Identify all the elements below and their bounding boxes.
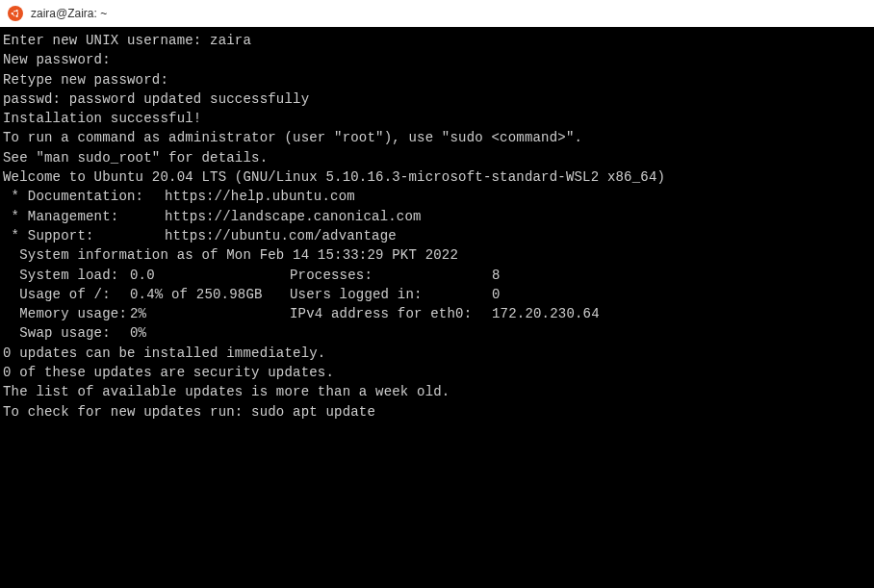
passwd-success: passwd: password updated successfully — [3, 89, 871, 109]
sudo-hint-1: To run a command as administrator (user … — [3, 128, 871, 147]
apt-update-hint: To check for new updates run: sudo apt u… — [3, 402, 871, 422]
window-title: zaira@Zaira: ~ — [31, 7, 107, 20]
prompt-retype-password: Retype new password: — [3, 70, 871, 89]
sys-load-label: System load: — [3, 266, 130, 285]
memory-value: 2% — [130, 304, 290, 323]
support-url: https://ubuntu.com/advantage — [165, 226, 397, 245]
processes-value: 8 — [492, 266, 871, 285]
table-row: Usage of /:0.4% of 250.98GBUsers logged … — [3, 285, 871, 304]
empty-cell — [290, 323, 492, 343]
updates-stale-notice: The list of available updates is more th… — [3, 382, 871, 401]
support-label: * Support: — [3, 226, 165, 245]
sysinfo-header: System information as of Mon Feb 14 15:3… — [3, 245, 871, 265]
swap-value: 0% — [130, 323, 290, 343]
install-success: Installation successful! — [3, 109, 871, 128]
svg-point-2 — [16, 10, 18, 12]
usage-value: 0.4% of 250.98GB — [130, 285, 290, 304]
title-bar[interactable]: zaira@Zaira: ~ — [0, 0, 874, 27]
terminal-output[interactable]: Enter new UNIX username: zairaNew passwo… — [0, 27, 874, 588]
usage-label: Usage of /: — [3, 285, 130, 304]
table-row: Memory usage:2%IPv4 address for eth0:172… — [3, 304, 871, 323]
table-row: Swap usage:0% — [3, 323, 871, 343]
mgmt-link-row: * Management:https://landscape.canonical… — [3, 207, 871, 226]
support-link-row: * Support:https://ubuntu.com/advantage — [3, 226, 871, 245]
sudo-hint-2: See "man sudo_root" for details. — [3, 148, 871, 167]
updates-count: 0 updates can be installed immediately. — [3, 344, 871, 363]
processes-label: Processes: — [290, 266, 492, 285]
welcome-banner: Welcome to Ubuntu 20.04 LTS (GNU/Linux 5… — [3, 167, 871, 187]
prompt-new-password: New password: — [3, 50, 871, 69]
sysinfo-table: System load:0.0Processes:8 Usage of /:0.… — [3, 266, 871, 344]
users-label: Users logged in: — [290, 285, 492, 304]
swap-label: Swap usage: — [3, 323, 130, 343]
mgmt-label: * Management: — [3, 207, 165, 226]
doc-url: https://help.ubuntu.com — [165, 187, 355, 206]
table-row: System load:0.0Processes:8 — [3, 266, 871, 285]
doc-label: * Documentation: — [3, 187, 165, 206]
users-value: 0 — [492, 285, 871, 304]
ipv4-value: 172.20.230.64 — [492, 304, 871, 323]
empty-cell — [492, 323, 871, 343]
ubuntu-icon — [8, 6, 23, 21]
mgmt-url: https://landscape.canonical.com — [165, 207, 422, 226]
ipv4-label: IPv4 address for eth0: — [290, 304, 492, 323]
sys-load-value: 0.0 — [130, 266, 290, 285]
security-updates-count: 0 of these updates are security updates. — [3, 363, 871, 382]
doc-link-row: * Documentation:https://help.ubuntu.com — [3, 187, 871, 206]
memory-label: Memory usage: — [3, 304, 130, 323]
prompt-username: Enter new UNIX username: zaira — [3, 31, 871, 50]
